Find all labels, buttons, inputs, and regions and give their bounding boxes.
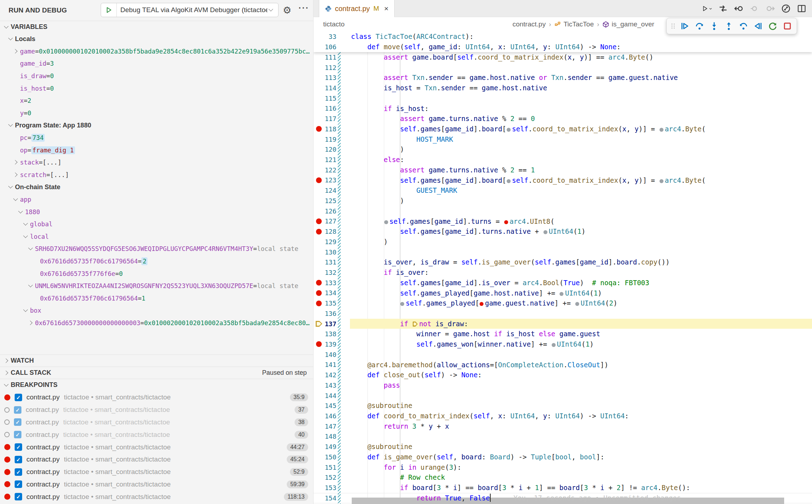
breakpoint-row[interactable]: ✓contract.pytictactoe • smart_contracts/… bbox=[0, 416, 313, 429]
tab-close-icon[interactable]: × bbox=[384, 4, 389, 13]
code-editor[interactable]: 111 assert game.board[self.coord_to_matr… bbox=[314, 31, 812, 504]
tree-row[interactable]: 0x67616d65735f706c61796564 = 2 bbox=[0, 255, 313, 268]
chevron-down-icon[interactable] bbox=[27, 283, 35, 289]
breadcrumb-method[interactable]: is_game_over bbox=[612, 20, 654, 28]
breakpoint-checkbox[interactable]: ✓ bbox=[15, 443, 22, 451]
code-text[interactable]: else: bbox=[351, 155, 404, 165]
step-into-button[interactable] bbox=[708, 19, 721, 33]
inline-breakpoint-icon[interactable] bbox=[504, 220, 508, 224]
breakpoint-gutter[interactable] bbox=[314, 411, 324, 421]
split-editor-icon[interactable] bbox=[796, 3, 807, 14]
inline-breakpoint-candidate-icon[interactable] bbox=[543, 230, 547, 234]
breakpoint-gutter[interactable] bbox=[314, 432, 324, 442]
inline-breakpoint-candidate-icon[interactable] bbox=[552, 343, 556, 347]
chevron-down-icon[interactable] bbox=[7, 36, 15, 42]
breakpoint-gutter[interactable] bbox=[314, 370, 324, 380]
toolbar-drag-handle[interactable] bbox=[670, 19, 677, 33]
debug-settings-gear-button[interactable]: ⚙ bbox=[283, 3, 291, 17]
code-text[interactable]: ) bbox=[351, 144, 404, 155]
tree-row[interactable]: x = 2 bbox=[0, 95, 313, 107]
navigate-back-icon[interactable] bbox=[733, 3, 744, 14]
breakpoint-gutter[interactable] bbox=[314, 31, 324, 42]
code-text[interactable]: if board[3 * i] == board[3 * i + 1] == b… bbox=[351, 483, 690, 493]
code-text[interactable]: return True, FalseYou, 17 seconds ago • … bbox=[351, 493, 681, 503]
code-text[interactable]: assert game.turns.native % 2 == 0 bbox=[351, 114, 535, 124]
chevron-down-icon[interactable] bbox=[22, 307, 30, 314]
chevron-right-icon[interactable] bbox=[12, 159, 20, 166]
run-dropdown-icon[interactable] bbox=[702, 3, 713, 14]
inline-breakpoint-candidate-icon[interactable] bbox=[507, 128, 511, 132]
breakpoint-gutter[interactable] bbox=[314, 339, 324, 349]
tree-row[interactable]: 0x67616d65730000000000000003 = 0x0100020… bbox=[0, 317, 313, 329]
breakpoint-gutter[interactable] bbox=[314, 442, 324, 452]
breakpoint-gutter[interactable] bbox=[314, 421, 324, 432]
variables-section-header[interactable]: VARIABLES bbox=[0, 21, 313, 33]
chevron-down-icon[interactable] bbox=[22, 221, 30, 227]
start-debug-button[interactable] bbox=[101, 3, 117, 17]
code-text[interactable]: self.games[game_id].turns = arc4.UInt8( bbox=[351, 216, 555, 227]
breakpoint-gutter[interactable] bbox=[314, 196, 324, 206]
code-text[interactable]: self.games[game_id].board[self.coord_to_… bbox=[351, 124, 706, 134]
breakpoint-gutter[interactable] bbox=[314, 72, 324, 83]
code-text[interactable]: if is_over: bbox=[351, 267, 428, 278]
code-text[interactable]: assert game.turns.native % 2 == 1 bbox=[351, 165, 535, 175]
breakpoint-gutter[interactable] bbox=[314, 400, 324, 411]
step-over-button[interactable] bbox=[693, 19, 706, 33]
breakpoint-row[interactable]: ✓contract.pytictactoe • smart_contracts/… bbox=[0, 441, 313, 453]
breakpoint-gutter[interactable] bbox=[314, 319, 324, 329]
breadcrumb-folder[interactable]: tictacto bbox=[323, 20, 345, 28]
code-text[interactable]: GUEST_MARK bbox=[351, 185, 457, 196]
breakpoint-gutter[interactable] bbox=[314, 298, 324, 308]
breakpoint-gutter[interactable] bbox=[314, 83, 324, 93]
reverse-continue-button[interactable] bbox=[752, 19, 765, 33]
breakpoint-checkbox[interactable]: ✓ bbox=[15, 480, 22, 488]
step-back-button[interactable] bbox=[737, 19, 750, 33]
code-text[interactable]: def move(self, game_id: UInt64, x: UInt6… bbox=[351, 42, 621, 52]
breakpoint-row[interactable]: ✓contract.pytictactoe • smart_contracts/… bbox=[0, 428, 313, 441]
breakpoint-checkbox[interactable]: ✓ bbox=[15, 468, 22, 476]
code-text[interactable]: assert game.board[self.coord_to_matrix_i… bbox=[351, 52, 653, 62]
tree-row[interactable]: 1880 bbox=[0, 206, 313, 218]
breakpoint-gutter[interactable] bbox=[314, 257, 324, 267]
breakpoint-gutter[interactable] bbox=[314, 62, 324, 73]
code-text[interactable]: for i in urange(3): bbox=[351, 462, 461, 473]
inline-breakpoint-candidate-icon[interactable] bbox=[575, 302, 579, 306]
breakpoint-gutter[interactable] bbox=[314, 452, 324, 462]
breakpoint-checkbox[interactable]: ✓ bbox=[15, 456, 22, 463]
breakpoint-gutter[interactable] bbox=[314, 144, 324, 155]
breakpoint-gutter[interactable] bbox=[314, 247, 324, 257]
tree-row[interactable]: Locals bbox=[0, 33, 313, 45]
open-changes-icon[interactable] bbox=[718, 3, 728, 14]
tree-row[interactable]: SRH6D7XU2N6WQQ5SSYDQFG5ESO6JWEQIDPGLUGYC… bbox=[0, 243, 313, 255]
inline-breakpoint-icon[interactable] bbox=[480, 302, 483, 306]
code-text[interactable]: ) bbox=[351, 237, 388, 247]
breadcrumb-file[interactable]: contract.py bbox=[512, 20, 546, 28]
tree-row[interactable]: stack = [...] bbox=[0, 156, 313, 169]
tree-row[interactable]: 0x67616d65735f776f6e = 0 bbox=[0, 267, 313, 280]
breakpoint-gutter[interactable] bbox=[314, 104, 324, 114]
breakpoint-gutter[interactable] bbox=[314, 462, 324, 473]
code-text[interactable]: ) bbox=[351, 196, 404, 206]
breakpoint-gutter[interactable] bbox=[314, 134, 324, 145]
code-text[interactable]: is_host = Txn.sender == game.host.native bbox=[351, 83, 547, 93]
breakpoint-gutter[interactable] bbox=[314, 175, 324, 186]
breakpoint-gutter[interactable] bbox=[314, 237, 324, 247]
breakpoint-gutter[interactable] bbox=[314, 360, 324, 370]
breakpoint-checkbox[interactable]: ✓ bbox=[14, 406, 21, 414]
breakpoints-section-header[interactable]: BREAKPOINTS bbox=[0, 379, 313, 391]
code-text[interactable]: @arc4.baremethod(allow_actions=[OnComple… bbox=[351, 360, 608, 370]
breakpoint-row[interactable]: ✓contract.pytictactoe • smart_contracts/… bbox=[0, 478, 313, 491]
chevron-down-icon[interactable] bbox=[12, 196, 20, 203]
inline-breakpoint-candidate-icon[interactable] bbox=[560, 292, 563, 296]
breakpoint-gutter[interactable] bbox=[314, 42, 324, 52]
code-text[interactable]: # Row check bbox=[351, 472, 445, 483]
timeline-icon[interactable] bbox=[781, 3, 791, 14]
breakpoint-gutter[interactable] bbox=[314, 483, 324, 493]
watch-section-header[interactable]: WATCH bbox=[0, 354, 313, 367]
tree-row[interactable]: scratch = [...] bbox=[0, 169, 313, 181]
tree-row[interactable]: game_id = 3 bbox=[0, 57, 313, 70]
code-text[interactable]: if not is_draw: bbox=[351, 319, 468, 329]
tree-row[interactable]: UNML6W5NVHRIKTEOZAA4NI2SWQROSGNFNY2QS523… bbox=[0, 280, 313, 292]
breakpoint-row[interactable]: ✓contract.pytictactoe • smart_contracts/… bbox=[0, 490, 313, 503]
code-text[interactable]: winner = game.host if is_host else game.… bbox=[351, 329, 600, 339]
